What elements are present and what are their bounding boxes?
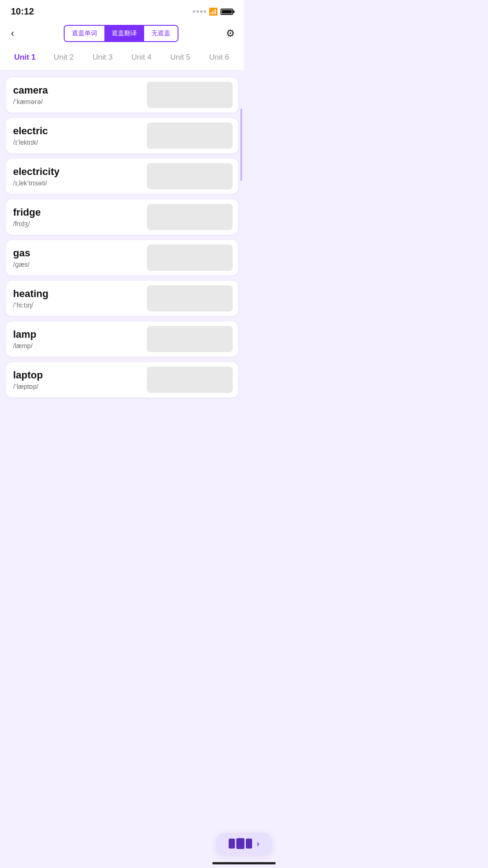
unit-tab-6[interactable]: Unit 6 — [200, 51, 239, 64]
vocab-info: electricity /ɪˌlekˈtrɪsəti/ — [6, 159, 147, 194]
vocab-card-electricity[interactable]: electricity /ɪˌlekˈtrɪsəti/ — [5, 158, 239, 194]
tab-cover-translation[interactable]: 遮盖翻译 — [104, 26, 144, 41]
vocab-translation-cover — [147, 123, 233, 149]
status-icons: 📶 — [193, 7, 233, 16]
vocab-card-gas[interactable]: gas /ɡæs/ — [5, 240, 239, 276]
tab-cover-word[interactable]: 遮盖单词 — [65, 26, 104, 41]
vocab-word: fridge — [13, 207, 140, 218]
back-button[interactable]: ‹ — [9, 26, 16, 41]
unit-tab-3[interactable]: Unit 3 — [83, 51, 122, 64]
vocab-phonetic: /frɪdʒ/ — [13, 220, 140, 227]
unit-tab-bar: Unit 1 Unit 2 Unit 3 Unit 4 Unit 5 Unit … — [0, 47, 244, 71]
vocab-translation-cover — [147, 326, 233, 352]
vocab-phonetic: /ˈhiːtɪŋ/ — [13, 302, 140, 309]
vocab-phonetic: /ˈkæmərə/ — [13, 98, 140, 105]
vocab-info: gas /ɡæs/ — [6, 240, 147, 275]
vocab-word: camera — [13, 85, 140, 96]
vocab-card-heating[interactable]: heating /ˈhiːtɪŋ/ — [5, 280, 239, 316]
tab-no-cover[interactable]: 无遮盖 — [144, 26, 178, 41]
vocab-word: heating — [13, 288, 140, 300]
settings-button[interactable]: ⚙ — [226, 28, 235, 39]
vocab-info: camera /ˈkæmərə/ — [6, 77, 147, 113]
scrollbar[interactable] — [240, 108, 242, 181]
vocab-card-fridge[interactable]: fridge /frɪdʒ/ — [5, 199, 239, 235]
vocab-translation-cover — [147, 204, 233, 230]
vocab-word: electric — [13, 125, 140, 137]
wifi-icon: 📶 — [209, 7, 218, 16]
mode-tab-group: 遮盖单词 遮盖翻译 无遮盖 — [64, 25, 178, 42]
vocab-translation-cover — [147, 245, 233, 271]
vocab-card-laptop[interactable]: laptop /ˈlæptɒp/ — [5, 362, 239, 398]
vocab-word: laptop — [13, 369, 140, 381]
vocab-word: lamp — [13, 329, 140, 340]
vocab-card-lamp[interactable]: lamp /læmp/ — [5, 321, 239, 357]
vocab-card-camera[interactable]: camera /ˈkæmərə/ — [5, 77, 239, 113]
vocab-translation-cover — [147, 367, 233, 393]
status-bar: 10:12 📶 — [0, 0, 244, 20]
vocab-translation-cover — [147, 163, 233, 189]
vocab-word: gas — [13, 247, 140, 259]
header: ‹ 遮盖单词 遮盖翻译 无遮盖 ⚙ — [0, 20, 244, 47]
vocab-phonetic: /ɡæs/ — [13, 261, 140, 268]
vocab-phonetic: /læmp/ — [13, 342, 140, 349]
vocab-info: electric /ɪˈlektrɪk/ — [6, 118, 147, 153]
battery-icon — [221, 9, 233, 15]
vocab-translation-cover — [147, 285, 233, 311]
signal-dots-icon — [193, 10, 206, 13]
vocab-info: fridge /frɪdʒ/ — [6, 199, 147, 235]
unit-tab-4[interactable]: Unit 4 — [122, 51, 161, 64]
vocab-word: electricity — [13, 166, 140, 178]
status-time: 10:12 — [11, 6, 34, 17]
vocab-info: laptop /ˈlæptɒp/ — [6, 362, 147, 397]
vocab-list: camera /ˈkæmərə/ electric /ɪˈlektrɪk/ el… — [0, 71, 244, 443]
unit-tab-2[interactable]: Unit 2 — [44, 51, 83, 64]
unit-tab-5[interactable]: Unit 5 — [161, 51, 200, 64]
unit-tab-1[interactable]: Unit 1 — [5, 51, 44, 64]
vocab-card-electric[interactable]: electric /ɪˈlektrɪk/ — [5, 118, 239, 154]
vocab-info: heating /ˈhiːtɪŋ/ — [6, 281, 147, 316]
vocab-phonetic: /ˈlæptɒp/ — [13, 383, 140, 390]
vocab-phonetic: /ɪˈlektrɪk/ — [13, 139, 140, 146]
vocab-info: lamp /læmp/ — [6, 321, 147, 357]
vocab-translation-cover — [147, 82, 233, 108]
vocab-phonetic: /ɪˌlekˈtrɪsəti/ — [13, 179, 140, 187]
